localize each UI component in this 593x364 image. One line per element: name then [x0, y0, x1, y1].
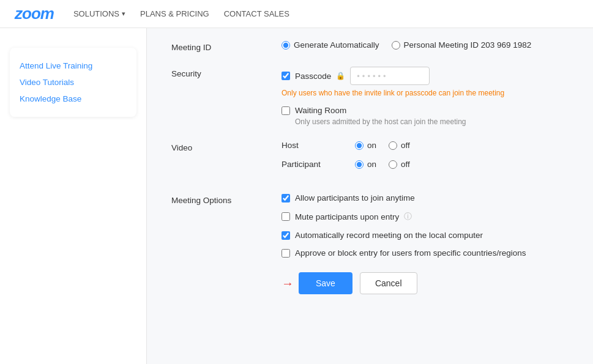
mute-entry-checkbox[interactable] [282, 212, 290, 221]
solutions-chevron-icon: ▾ [122, 10, 125, 18]
participant-on-option[interactable]: on [355, 160, 376, 169]
save-button[interactable]: Save [299, 272, 352, 294]
video-label: Video [171, 141, 282, 152]
host-off-radio[interactable] [389, 141, 397, 150]
host-off-option[interactable]: off [389, 141, 410, 150]
save-arrow-indicator: → [282, 277, 294, 291]
block-entry-checkbox[interactable] [282, 249, 290, 258]
participant-label: Participant [282, 160, 355, 169]
security-content: Passcode 🔒 Only users who have the invit… [282, 67, 569, 126]
passcode-input[interactable] [350, 67, 430, 85]
options-list: Allow participants to join anytime Mute … [282, 193, 569, 258]
option-auto-record: Automatically record meeting on the loca… [282, 231, 569, 240]
host-radio-group: on off [355, 141, 410, 150]
main-layout: Attend Live Training Video Tutorials Kno… [0, 28, 593, 364]
host-on-radio[interactable] [355, 141, 364, 150]
passcode-hint: Only users who have the invite link or p… [282, 89, 569, 97]
button-group: Save Cancel [299, 272, 417, 294]
nav-bar: SOLUTIONS ▾ PLANS & PRICING CONTACT SALE… [73, 9, 289, 18]
option-mute-entry: Mute participants upon entry ⓘ [282, 211, 569, 222]
participant-on-radio[interactable] [355, 160, 364, 169]
host-video-row: Host on off [282, 141, 569, 150]
buttons-container: → Save Cancel [282, 272, 569, 294]
personal-meeting-id-radio[interactable] [392, 41, 400, 50]
sidebar-item-knowledge-base[interactable]: Knowledge Base [20, 91, 127, 107]
meeting-options-row: Meeting Options Allow participants to jo… [171, 193, 569, 258]
participant-video-row: Participant on off [282, 160, 569, 169]
passcode-checkbox[interactable] [282, 72, 290, 80]
video-row: Video Host on off [171, 141, 569, 179]
meeting-id-content: Generate Automatically Personal Meeting … [282, 40, 569, 50]
lock-icon: 🔒 [336, 72, 345, 80]
meeting-id-radio-group: Generate Automatically Personal Meeting … [282, 40, 569, 50]
passcode-label: Passcode [295, 72, 331, 81]
sidebar: Attend Live Training Video Tutorials Kno… [0, 28, 147, 364]
sidebar-card: Attend Live Training Video Tutorials Kno… [10, 48, 136, 117]
security-label: Security [171, 67, 282, 78]
meeting-options-content: Allow participants to join anytime Mute … [282, 193, 569, 258]
participant-off-option[interactable]: off [389, 160, 410, 169]
meeting-options-label: Meeting Options [171, 193, 282, 205]
waiting-room-row: Waiting Room [282, 106, 569, 115]
passcode-row: Passcode 🔒 [282, 67, 569, 85]
sidebar-item-attend-live-training[interactable]: Attend Live Training [20, 58, 127, 74]
nav-solutions[interactable]: SOLUTIONS ▾ [73, 9, 125, 18]
sidebar-item-video-tutorials[interactable]: Video Tutorials [20, 74, 127, 91]
meeting-id-row: Meeting ID Generate Automatically Person… [171, 40, 569, 52]
generate-automatically-radio[interactable] [282, 41, 290, 50]
zoom-logo: zoom [15, 4, 54, 23]
nav-contact-sales[interactable]: CONTACT SALES [224, 9, 289, 18]
mute-info-icon[interactable]: ⓘ [404, 211, 412, 222]
block-entry-label: Approve or block entry for users from sp… [295, 248, 526, 258]
auto-record-label: Automatically record meeting on the loca… [295, 231, 483, 240]
header: zoom SOLUTIONS ▾ PLANS & PRICING CONTACT… [0, 0, 593, 28]
host-label: Host [282, 141, 355, 150]
personal-meeting-id-option[interactable]: Personal Meeting ID 203 969 1982 [392, 40, 532, 50]
host-on-option[interactable]: on [355, 141, 376, 150]
option-block-entry: Approve or block entry for users from sp… [282, 248, 569, 258]
auto-record-checkbox[interactable] [282, 231, 290, 240]
nav-plans-pricing[interactable]: PLANS & PRICING [140, 9, 209, 18]
video-content: Host on off Participant [282, 141, 569, 179]
waiting-room-label: Waiting Room [295, 106, 346, 115]
allow-join-checkbox[interactable] [282, 194, 290, 202]
option-allow-join: Allow participants to join anytime [282, 193, 569, 202]
mute-entry-label: Mute participants upon entry [295, 212, 399, 221]
allow-join-label: Allow participants to join anytime [295, 193, 415, 202]
security-row: Security Passcode 🔒 Only users who have … [171, 67, 569, 126]
main-content: Meeting ID Generate Automatically Person… [147, 28, 593, 364]
participant-radio-group: on off [355, 160, 410, 169]
cancel-button[interactable]: Cancel [360, 272, 417, 294]
waiting-room-hint: Only users admitted by the host can join… [295, 117, 569, 126]
waiting-room-section: Waiting Room Only users admitted by the … [282, 106, 569, 126]
waiting-room-checkbox[interactable] [282, 106, 290, 115]
meeting-id-label: Meeting ID [171, 40, 282, 52]
generate-automatically-option[interactable]: Generate Automatically [282, 40, 379, 50]
participant-off-radio[interactable] [389, 160, 397, 169]
